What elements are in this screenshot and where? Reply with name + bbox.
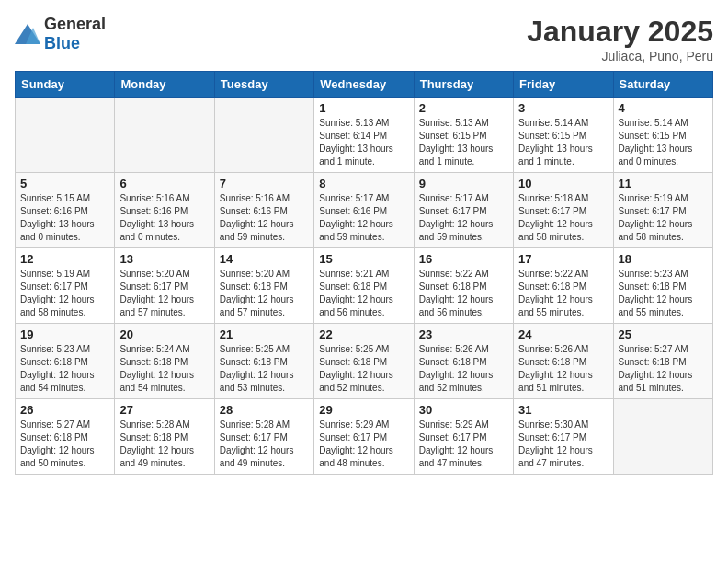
day-number: 30 [419,403,508,417]
calendar-cell: 18Sunrise: 5:23 AMSunset: 6:18 PMDayligh… [613,248,712,324]
calendar-cell: 29Sunrise: 5:29 AMSunset: 6:17 PMDayligh… [314,399,414,475]
day-number: 21 [220,327,309,341]
calendar-table: SundayMondayTuesdayWednesdayThursdayFrid… [15,71,713,475]
day-info: Sunrise: 5:22 AMSunset: 6:18 PMDaylight:… [419,268,508,319]
logo-general: General [44,15,106,33]
logo-icon [15,24,40,44]
day-number: 10 [518,177,608,190]
weekday-header-tuesday: Tuesday [214,72,313,98]
day-number: 23 [419,327,508,341]
day-info: Sunrise: 5:20 AMSunset: 6:18 PMDaylight:… [220,268,309,319]
day-info: Sunrise: 5:29 AMSunset: 6:17 PMDaylight:… [319,419,408,470]
logo-text: General Blue [44,15,106,53]
day-info: Sunrise: 5:19 AMSunset: 6:17 PMDaylight:… [619,192,708,244]
calendar-cell: 1Sunrise: 5:13 AMSunset: 6:14 PMDaylight… [314,98,414,173]
day-number: 9 [419,177,508,190]
day-number: 31 [518,403,608,417]
day-number: 29 [319,403,408,417]
day-number: 20 [119,327,209,341]
day-number: 25 [619,327,708,341]
calendar-cell: 31Sunrise: 5:30 AMSunset: 6:17 PMDayligh… [514,399,613,475]
calendar-cell: 9Sunrise: 5:17 AMSunset: 6:17 PMDaylight… [414,173,513,248]
weekday-header-friday: Friday [514,72,613,98]
calendar-cell: 19Sunrise: 5:23 AMSunset: 6:18 PMDayligh… [16,324,115,399]
weekday-header-row: SundayMondayTuesdayWednesdayThursdayFrid… [16,72,713,98]
calendar-cell: 15Sunrise: 5:21 AMSunset: 6:18 PMDayligh… [314,248,414,324]
day-number: 5 [20,177,109,190]
weekday-header-monday: Monday [115,72,214,98]
day-number: 19 [20,327,109,341]
calendar-cell: 25Sunrise: 5:27 AMSunset: 6:18 PMDayligh… [613,324,712,399]
calendar-cell: 6Sunrise: 5:16 AMSunset: 6:16 PMDaylight… [115,173,214,248]
calendar-cell: 30Sunrise: 5:29 AMSunset: 6:17 PMDayligh… [414,399,513,475]
calendar-subtitle: Juliaca, Puno, Peru [527,49,713,63]
day-number: 18 [619,252,708,266]
calendar-cell: 7Sunrise: 5:16 AMSunset: 6:16 PMDaylight… [214,173,313,248]
day-info: Sunrise: 5:28 AMSunset: 6:18 PMDaylight:… [119,419,209,470]
calendar-week-row: 19Sunrise: 5:23 AMSunset: 6:18 PMDayligh… [16,324,713,399]
calendar-week-row: 1Sunrise: 5:13 AMSunset: 6:14 PMDaylight… [16,98,713,173]
calendar-cell: 26Sunrise: 5:27 AMSunset: 6:18 PMDayligh… [16,399,115,475]
calendar-cell: 5Sunrise: 5:15 AMSunset: 6:16 PMDaylight… [16,173,115,248]
calendar-cell: 27Sunrise: 5:28 AMSunset: 6:18 PMDayligh… [115,399,214,475]
day-number: 2 [419,101,508,115]
calendar-cell: 23Sunrise: 5:26 AMSunset: 6:18 PMDayligh… [414,324,513,399]
day-info: Sunrise: 5:29 AMSunset: 6:17 PMDaylight:… [419,419,508,470]
day-number: 22 [319,327,408,341]
day-number: 12 [20,252,109,266]
day-number: 1 [319,101,408,115]
day-info: Sunrise: 5:21 AMSunset: 6:18 PMDaylight:… [319,268,408,319]
calendar-week-row: 26Sunrise: 5:27 AMSunset: 6:18 PMDayligh… [16,399,713,475]
day-info: Sunrise: 5:30 AMSunset: 6:17 PMDaylight:… [518,419,608,470]
calendar-cell: 13Sunrise: 5:20 AMSunset: 6:17 PMDayligh… [115,248,214,324]
day-info: Sunrise: 5:28 AMSunset: 6:17 PMDaylight:… [220,419,309,470]
day-number: 27 [119,403,209,417]
logo: General Blue [15,15,106,53]
title-block: January 2025 Juliaca, Puno, Peru [527,15,713,63]
calendar-cell: 8Sunrise: 5:17 AMSunset: 6:16 PMDaylight… [314,173,414,248]
day-number: 8 [319,177,408,190]
day-number: 14 [220,252,309,266]
calendar-cell: 10Sunrise: 5:18 AMSunset: 6:17 PMDayligh… [514,173,613,248]
day-info: Sunrise: 5:27 AMSunset: 6:18 PMDaylight:… [20,419,109,470]
day-number: 16 [419,252,508,266]
calendar-cell [16,98,115,173]
day-info: Sunrise: 5:25 AMSunset: 6:18 PMDaylight:… [220,343,309,395]
calendar-title: January 2025 [527,15,713,49]
day-info: Sunrise: 5:25 AMSunset: 6:18 PMDaylight:… [319,343,408,395]
day-number: 13 [119,252,209,266]
calendar-cell: 21Sunrise: 5:25 AMSunset: 6:18 PMDayligh… [214,324,313,399]
calendar-cell: 24Sunrise: 5:26 AMSunset: 6:18 PMDayligh… [514,324,613,399]
day-info: Sunrise: 5:23 AMSunset: 6:18 PMDaylight:… [619,268,708,319]
calendar-week-row: 5Sunrise: 5:15 AMSunset: 6:16 PMDaylight… [16,173,713,248]
calendar-cell: 14Sunrise: 5:20 AMSunset: 6:18 PMDayligh… [214,248,313,324]
calendar-cell: 11Sunrise: 5:19 AMSunset: 6:17 PMDayligh… [613,173,712,248]
calendar-cell [115,98,214,173]
day-number: 7 [220,177,309,190]
day-info: Sunrise: 5:14 AMSunset: 6:15 PMDaylight:… [619,117,708,168]
day-info: Sunrise: 5:24 AMSunset: 6:18 PMDaylight:… [119,343,209,395]
page-header: General Blue January 2025 Juliaca, Puno,… [15,15,713,63]
calendar-cell: 12Sunrise: 5:19 AMSunset: 6:17 PMDayligh… [16,248,115,324]
calendar-cell: 2Sunrise: 5:13 AMSunset: 6:15 PMDaylight… [414,98,513,173]
day-number: 6 [119,177,209,190]
day-number: 15 [319,252,408,266]
day-info: Sunrise: 5:20 AMSunset: 6:17 PMDaylight:… [119,268,209,319]
day-info: Sunrise: 5:22 AMSunset: 6:18 PMDaylight:… [518,268,608,319]
day-info: Sunrise: 5:14 AMSunset: 6:15 PMDaylight:… [518,117,608,168]
calendar-week-row: 12Sunrise: 5:19 AMSunset: 6:17 PMDayligh… [16,248,713,324]
day-info: Sunrise: 5:23 AMSunset: 6:18 PMDaylight:… [20,343,109,395]
calendar-cell [613,399,712,475]
calendar-cell: 28Sunrise: 5:28 AMSunset: 6:17 PMDayligh… [214,399,313,475]
day-info: Sunrise: 5:15 AMSunset: 6:16 PMDaylight:… [20,192,109,244]
day-info: Sunrise: 5:17 AMSunset: 6:17 PMDaylight:… [419,192,508,244]
day-info: Sunrise: 5:27 AMSunset: 6:18 PMDaylight:… [619,343,708,395]
day-info: Sunrise: 5:13 AMSunset: 6:14 PMDaylight:… [319,117,408,168]
calendar-cell: 20Sunrise: 5:24 AMSunset: 6:18 PMDayligh… [115,324,214,399]
calendar-cell: 22Sunrise: 5:25 AMSunset: 6:18 PMDayligh… [314,324,414,399]
weekday-header-thursday: Thursday [414,72,513,98]
day-number: 4 [619,101,708,115]
day-number: 28 [220,403,309,417]
day-number: 3 [518,101,608,115]
calendar-cell: 17Sunrise: 5:22 AMSunset: 6:18 PMDayligh… [514,248,613,324]
